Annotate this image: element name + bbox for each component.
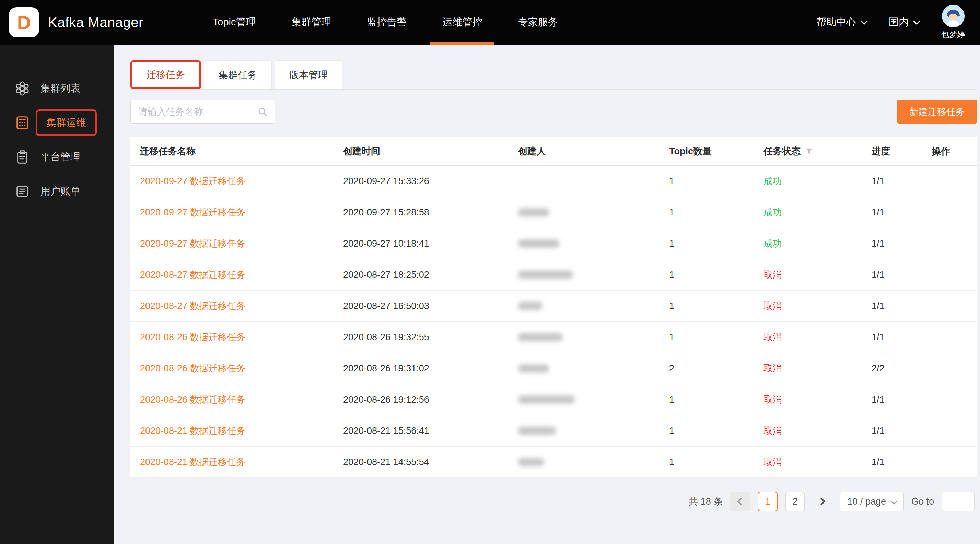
total-count: 共 18 条 bbox=[689, 495, 723, 508]
nav-item-label: 监控告警 bbox=[367, 16, 407, 29]
top-menu: Topic管理集群管理监控告警运维管控专家服务 bbox=[195, 0, 576, 44]
progress-cell: 1/1 bbox=[862, 290, 922, 321]
nav-item-label: Topic管理 bbox=[213, 16, 256, 29]
actions-cell bbox=[922, 228, 977, 259]
help-center-menu[interactable]: 帮助中心 bbox=[816, 16, 867, 29]
tab-label: 集群任务 bbox=[219, 68, 257, 82]
help-center-label: 帮助中心 bbox=[816, 16, 856, 29]
nav-item-cluster[interactable]: 集群管理 bbox=[274, 0, 349, 44]
created-time-cell: 2020-08-26 19:12:56 bbox=[334, 384, 509, 415]
task-name-link[interactable]: 2020-08-21 数据迁移任务 bbox=[140, 425, 246, 437]
clipboard-icon bbox=[14, 149, 32, 165]
sidebar-item-label: 用户账单 bbox=[40, 184, 80, 198]
task-name-link[interactable]: 2020-08-27 数据迁移任务 bbox=[140, 300, 246, 312]
pagination: 共 18 条 12 10 / page Go to bbox=[130, 492, 977, 511]
progress-cell: 1/1 bbox=[862, 416, 922, 446]
chevron-down-icon bbox=[861, 17, 868, 24]
tab-version-management[interactable]: 版本管理 bbox=[275, 60, 342, 89]
created-time-cell: 2020-08-21 14:55:54 bbox=[334, 447, 509, 477]
nav-item-label: 集群管理 bbox=[291, 16, 331, 29]
chevron-left-icon bbox=[737, 498, 745, 506]
created-time-cell: 2020-08-26 19:32:55 bbox=[334, 322, 509, 353]
created-time-cell: 2020-08-26 19:31:02 bbox=[334, 353, 509, 384]
user-name: 包梦婷 bbox=[941, 29, 965, 40]
progress-cell: 1/1 bbox=[862, 228, 922, 259]
nav-item-monitor[interactable]: 监控告警 bbox=[349, 0, 425, 44]
app-title: Kafka Manager bbox=[48, 15, 143, 30]
search-input[interactable] bbox=[138, 106, 257, 117]
topic-count-cell: 1 bbox=[660, 259, 754, 290]
filter-icon[interactable] bbox=[805, 147, 813, 155]
task-name-link[interactable]: 2020-08-26 数据迁移任务 bbox=[140, 362, 246, 374]
sidebar-item-label: 集群运维 bbox=[36, 109, 97, 136]
topic-count-cell: 1 bbox=[660, 166, 754, 197]
topic-count-cell: 2 bbox=[660, 353, 754, 384]
page-button-1[interactable]: 1 bbox=[758, 492, 778, 511]
nav-item-ops[interactable]: 运维管控 bbox=[425, 0, 500, 44]
task-name-link[interactable]: 2020-08-26 数据迁移任务 bbox=[140, 331, 246, 343]
topic-count-cell: 1 bbox=[660, 322, 754, 353]
created-time-cell: 2020-08-21 15:56:41 bbox=[334, 416, 509, 446]
sidebar-item-cluster-list[interactable]: 集群列表 bbox=[0, 71, 114, 106]
main-content: 迁移任务集群任务版本管理 新建迁移任务 迁移任务名称创建时间创建人Topic数量… bbox=[114, 44, 980, 544]
table-row: 2020-08-21 数据迁移任务 2020-08-21 14:55:54 1 … bbox=[130, 447, 977, 478]
hexagon-cluster-icon bbox=[14, 80, 32, 97]
goto-page-input[interactable] bbox=[942, 492, 975, 511]
creator-redacted bbox=[518, 364, 549, 373]
topic-count-cell: 1 bbox=[660, 290, 754, 321]
page-buttons: 12 bbox=[758, 492, 805, 511]
task-name-link[interactable]: 2020-08-27 数据迁移任务 bbox=[140, 268, 246, 281]
status-badge: 取消 bbox=[764, 456, 782, 468]
page-button-2[interactable]: 2 bbox=[785, 492, 805, 511]
nav-item-label: 专家服务 bbox=[518, 16, 558, 29]
search-box bbox=[130, 100, 275, 124]
billing-list-icon bbox=[14, 183, 32, 200]
table-row: 2020-09-27 数据迁移任务 2020-09-27 15:33:26 1 … bbox=[130, 166, 977, 197]
chevron-down-icon bbox=[891, 497, 898, 504]
avatar bbox=[942, 5, 964, 27]
task-name-link[interactable]: 2020-08-26 数据迁移任务 bbox=[140, 393, 246, 406]
migration-task-table: 迁移任务名称创建时间创建人Topic数量任务状态进度操作 2020-09-27 … bbox=[130, 137, 977, 478]
table-row: 2020-09-27 数据迁移任务 2020-09-27 15:28:58 1 … bbox=[130, 197, 977, 228]
task-name-link[interactable]: 2020-09-27 数据迁移任务 bbox=[140, 175, 246, 187]
brand: D Kafka Manager bbox=[0, 7, 143, 37]
status-badge: 取消 bbox=[764, 268, 782, 281]
tab-cluster-tasks[interactable]: 集群任务 bbox=[204, 60, 272, 89]
column-header: 迁移任务名称 bbox=[130, 137, 334, 165]
nav-item-expert[interactable]: 专家服务 bbox=[500, 0, 576, 44]
sidebar-item-user-billing[interactable]: 用户账单 bbox=[0, 174, 114, 209]
sidebar-item-cluster-ops[interactable]: 集群运维 bbox=[0, 106, 114, 140]
nav-item-topic[interactable]: Topic管理 bbox=[195, 0, 274, 44]
status-badge: 取消 bbox=[764, 425, 782, 437]
column-header: 操作 bbox=[922, 137, 977, 165]
creator-redacted bbox=[518, 427, 556, 435]
sidebar-item-platform-admin[interactable]: 平台管理 bbox=[0, 140, 114, 174]
actions-cell bbox=[922, 416, 977, 446]
sidebar-item-label: 平台管理 bbox=[40, 150, 80, 164]
sidebar: 集群列表 集群运维 平台管理 用户账单 bbox=[0, 44, 114, 544]
region-menu[interactable]: 国内 bbox=[889, 16, 919, 29]
tab-migration-tasks[interactable]: 迁移任务 bbox=[130, 60, 201, 89]
page-size-value: 10 / page bbox=[847, 496, 886, 507]
task-name-link[interactable]: 2020-09-27 数据迁移任务 bbox=[140, 237, 246, 250]
task-name-link[interactable]: 2020-09-27 数据迁移任务 bbox=[140, 206, 246, 219]
status-badge: 成功 bbox=[764, 175, 782, 187]
user-menu[interactable]: 包梦婷 bbox=[941, 5, 965, 40]
creator-redacted bbox=[518, 239, 559, 247]
actions-cell bbox=[922, 447, 977, 477]
actions-cell bbox=[922, 166, 977, 197]
kafka-manager-screen: D Kafka Manager Topic管理集群管理监控告警运维管控专家服务 … bbox=[0, 0, 980, 544]
page-size-select[interactable]: 10 / page bbox=[840, 492, 904, 511]
region-label: 国内 bbox=[889, 16, 908, 29]
header-right: 帮助中心 国内 包梦婷 bbox=[816, 5, 980, 40]
create-migration-task-button[interactable]: 新建迁移任务 bbox=[897, 100, 977, 124]
table-row: 2020-08-27 数据迁移任务 2020-08-27 18:25:02 1 … bbox=[130, 259, 977, 290]
progress-cell: 2/2 bbox=[862, 353, 922, 384]
prev-page-button[interactable] bbox=[730, 492, 750, 511]
task-name-link[interactable]: 2020-08-21 数据迁移任务 bbox=[140, 456, 246, 468]
topic-count-cell: 1 bbox=[660, 447, 754, 477]
topic-count-cell: 1 bbox=[660, 197, 754, 228]
sidebar-item-label: 集群列表 bbox=[40, 82, 80, 95]
next-page-button[interactable] bbox=[813, 492, 832, 511]
top-nav-bar: D Kafka Manager Topic管理集群管理监控告警运维管控专家服务 … bbox=[0, 0, 980, 44]
